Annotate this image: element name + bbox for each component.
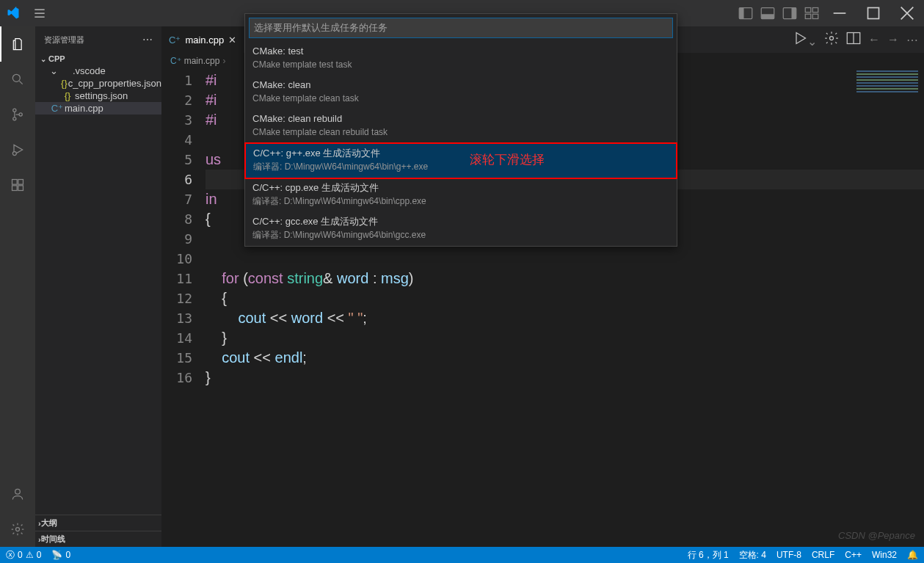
notifications-icon[interactable]: 🔔 xyxy=(907,550,918,560)
svg-point-11 xyxy=(12,74,20,81)
status-errors[interactable]: ⓧ 0 ⚠ 0 xyxy=(6,549,41,562)
status-line-col[interactable]: 行 6，列 1 xyxy=(688,549,729,562)
status-ports[interactable]: 📡 0 xyxy=(51,550,70,560)
maximize-button[interactable] xyxy=(856,0,890,26)
layout-controls xyxy=(735,0,823,26)
menu-icon[interactable] xyxy=(26,6,53,21)
status-language[interactable]: C++ xyxy=(845,550,862,560)
nav-forward-icon[interactable]: → xyxy=(887,33,899,46)
source-control-icon[interactable] xyxy=(0,97,35,132)
cpp-icon: C⁺ xyxy=(170,56,181,66)
file-settings-json[interactable]: {}settings.json xyxy=(35,90,161,102)
settings-icon[interactable] xyxy=(824,31,839,48)
status-spaces[interactable]: 空格: 4 xyxy=(739,549,766,562)
sidebar-section-cpp[interactable]: ⌄CPP xyxy=(35,53,161,65)
svg-rect-6 xyxy=(805,8,811,12)
file-main-cpp[interactable]: C⁺main.cpp xyxy=(35,102,161,115)
sidebar-header: 资源管理器 ⋯ xyxy=(35,26,161,53)
svg-rect-16 xyxy=(12,180,18,185)
more-actions-icon[interactable]: ⋯ xyxy=(906,33,918,47)
annotation-text: 滚轮下滑选择 xyxy=(470,151,545,168)
status-compiler[interactable]: Win32 xyxy=(872,550,897,560)
minimize-button[interactable] xyxy=(823,0,856,26)
json-icon: {} xyxy=(60,90,75,101)
outline-section[interactable]: ›大纲 xyxy=(35,515,161,531)
split-editor-icon[interactable] xyxy=(846,31,861,48)
cpp-icon: C⁺ xyxy=(50,103,65,114)
folder-vscode[interactable]: ⌄.vscode xyxy=(35,65,161,77)
panel-bottom-icon[interactable] xyxy=(757,0,779,26)
svg-point-14 xyxy=(19,113,22,116)
status-eol[interactable]: CRLF xyxy=(812,550,834,560)
close-tab-icon[interactable]: ✕ xyxy=(228,34,236,46)
svg-rect-10 xyxy=(868,8,879,19)
task-gpp-exe[interactable]: C/C++: g++.exe 生成活动文件编译器: D:\Mingw\W64\m… xyxy=(244,142,677,179)
search-icon[interactable] xyxy=(0,62,35,97)
panel-right-icon[interactable] xyxy=(779,0,801,26)
quick-pick-input[interactable]: 选择要用作默认生成任务的任务 xyxy=(249,18,673,38)
svg-rect-19 xyxy=(18,180,23,185)
tab-label: main.cpp xyxy=(185,34,224,46)
extensions-icon[interactable] xyxy=(0,167,35,203)
task-cpp-exe[interactable]: C/C++: cpp.exe 生成活动文件编译器: D:\Mingw\W64\m… xyxy=(245,178,677,212)
cpp-icon: C⁺ xyxy=(169,34,181,46)
svg-rect-17 xyxy=(12,186,18,191)
accounts-icon[interactable] xyxy=(0,476,35,512)
svg-rect-9 xyxy=(812,14,818,18)
svg-point-12 xyxy=(13,109,16,112)
run-icon[interactable]: ⌄ xyxy=(793,31,817,48)
minimap[interactable] xyxy=(851,69,924,201)
activity-bar xyxy=(0,26,35,547)
sidebar-title: 资源管理器 xyxy=(44,34,84,46)
task-cmake-clean[interactable]: CMake: cleanCMake template clean task xyxy=(245,76,677,109)
timeline-section[interactable]: ›时间线 xyxy=(35,531,161,547)
svg-point-13 xyxy=(13,117,16,120)
svg-rect-3 xyxy=(761,14,774,18)
svg-rect-18 xyxy=(18,186,23,191)
layout-customize-icon[interactable] xyxy=(801,0,823,26)
run-debug-icon[interactable] xyxy=(0,132,35,167)
svg-point-21 xyxy=(16,528,20,531)
vscode-logo-icon xyxy=(0,6,26,21)
breadcrumb-file: main.cpp xyxy=(184,56,220,66)
file-c-cpp-properties[interactable]: {}c_cpp_properties.json xyxy=(35,77,161,90)
svg-rect-1 xyxy=(739,8,743,19)
watermark: CSDN @Pepance xyxy=(838,530,915,541)
svg-point-22 xyxy=(830,37,834,40)
svg-point-20 xyxy=(15,489,21,494)
line-gutter: 1234 5678 9101112 13141516 xyxy=(161,69,205,547)
settings-gear-icon[interactable] xyxy=(0,512,35,547)
task-gcc-exe[interactable]: C/C++: gcc.exe 生成活动文件编译器: D:\Mingw\W64\m… xyxy=(245,212,677,246)
task-cmake-clean-rebuild[interactable]: CMake: clean rebuildCMake template clean… xyxy=(245,109,677,143)
svg-rect-5 xyxy=(792,8,796,19)
svg-rect-7 xyxy=(812,8,818,12)
status-encoding[interactable]: UTF-8 xyxy=(776,550,801,560)
tab-main-cpp[interactable]: C⁺ main.cpp ✕ xyxy=(161,26,244,53)
quick-pick-placeholder: 选择要用作默认生成任务的任务 xyxy=(254,22,388,33)
svg-point-15 xyxy=(12,152,16,156)
nav-back-icon[interactable]: ← xyxy=(868,33,880,46)
close-button[interactable] xyxy=(890,0,924,26)
task-cmake-test[interactable]: CMake: testCMake template test task xyxy=(245,42,677,76)
status-bar: ⓧ 0 ⚠ 0 📡 0 行 6，列 1 空格: 4 UTF-8 CRLF C++… xyxy=(0,547,924,563)
svg-rect-8 xyxy=(805,14,811,18)
json-icon: {} xyxy=(60,78,68,89)
sidebar: 资源管理器 ⋯ ⌄CPP ⌄.vscode {}c_cpp_properties… xyxy=(35,26,161,547)
quick-pick: 选择要用作默认生成任务的任务 CMake: testCMake template… xyxy=(244,13,677,247)
explorer-icon[interactable] xyxy=(0,26,35,62)
more-icon[interactable]: ⋯ xyxy=(142,34,153,46)
panel-left-icon[interactable] xyxy=(735,0,757,26)
